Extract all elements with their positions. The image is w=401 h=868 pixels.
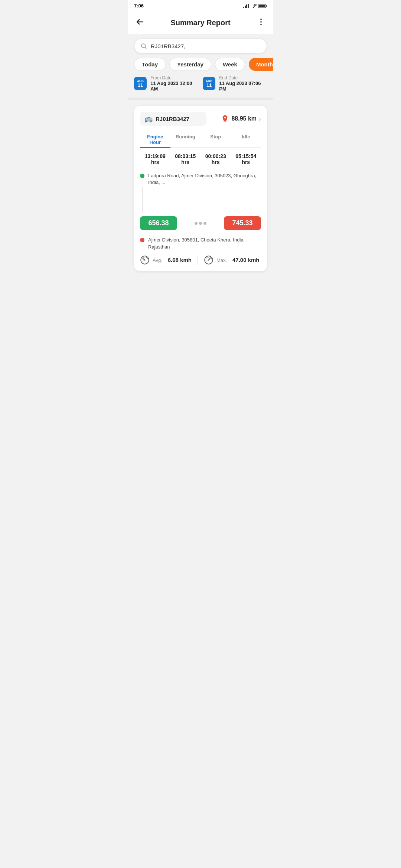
from-date-text: From Date 11 Aug 2023 12:00 AM (150, 75, 198, 92)
search-icon (140, 43, 147, 49)
end-location: Ajmer Division, 305801, Cheeta Khera, In… (140, 237, 261, 250)
svg-point-4 (253, 7, 254, 7)
location-icon (221, 115, 229, 123)
vehicle-info: 🚌 RJ01RB3427 (140, 112, 206, 126)
end-date-icon: AUG 11 (203, 77, 215, 90)
page-title: Summary Report (170, 19, 230, 27)
card-header: 🚌 RJ01RB3427 88.95 km › (140, 112, 261, 126)
stats-tabs: Engine Hour Running Stop Idle (140, 131, 261, 148)
tab-week[interactable]: Week (215, 58, 245, 71)
svg-point-8 (260, 19, 262, 20)
start-dot (140, 174, 144, 178)
battery-icon (258, 4, 267, 8)
svg-point-12 (224, 117, 226, 119)
svg-rect-6 (266, 5, 267, 7)
distance-value: 88.95 km (231, 115, 257, 122)
odometer-start: 656.38 (140, 216, 177, 230)
more-options-button[interactable] (255, 16, 267, 29)
max-speed-text: Max. 47.00 kmh (216, 257, 260, 263)
stop-value: 00:00:23 hrs (200, 152, 231, 167)
more-icon (257, 17, 265, 26)
signal-icon (243, 4, 249, 8)
odometer-dots (180, 222, 221, 225)
idle-value: 05:15:54 hrs (231, 152, 261, 167)
max-speed-item: Max. 47.00 kmh (204, 255, 260, 265)
avg-speed-icon (140, 255, 150, 265)
from-date-icon: AUG 11 (134, 77, 147, 90)
search-bar[interactable] (134, 39, 267, 53)
end-date-item[interactable]: AUG 11 End Date 11 Aug 2023 07:06 PM (203, 75, 267, 92)
status-time: 7:06 (134, 3, 144, 9)
odometer-dot-1 (195, 222, 198, 225)
date-row: AUG 11 From Date 11 Aug 2023 12:00 AM AU… (128, 75, 273, 98)
divider (128, 98, 273, 100)
svg-rect-1 (245, 6, 246, 8)
tab-month[interactable]: Month (249, 58, 273, 71)
running-value: 08:03:15 hrs (170, 152, 201, 167)
back-button[interactable] (134, 16, 146, 29)
distance-info: 88.95 km › (221, 115, 261, 123)
wifi-icon (251, 4, 257, 8)
svg-rect-3 (248, 4, 249, 8)
vehicle-icon: 🚌 (144, 115, 153, 123)
summary-card: 🚌 RJ01RB3427 88.95 km › Engine Hour Runn… (134, 106, 267, 271)
spacer (140, 234, 261, 237)
end-dot (140, 238, 144, 242)
app-header: Summary Report (128, 11, 273, 34)
svg-point-10 (260, 24, 262, 25)
svg-rect-2 (246, 4, 247, 8)
stat-tab-idle[interactable]: Idle (231, 131, 261, 147)
svg-rect-7 (259, 4, 265, 7)
stat-values: 13:19:09 hrs 08:03:15 hrs 00:00:23 hrs 0… (140, 152, 261, 167)
status-bar: 7:06 (128, 0, 273, 11)
odometer-dot-3 (203, 222, 206, 225)
max-speed-icon (204, 255, 213, 265)
search-input[interactable] (151, 43, 261, 49)
vehicle-id: RJ01RB3427 (156, 116, 189, 122)
chevron-right-icon: › (259, 115, 261, 123)
speed-divider (198, 255, 198, 265)
odometer-dot-2 (199, 222, 202, 225)
tab-today[interactable]: Today (134, 58, 166, 71)
svg-point-9 (260, 21, 262, 23)
svg-rect-0 (243, 7, 244, 8)
status-icons (243, 4, 267, 8)
stat-tab-engine-hour[interactable]: Engine Hour (140, 131, 170, 148)
avg-speed-item: Avg. 6.68 kmh (140, 255, 192, 265)
tab-yesterday[interactable]: Yesterday (169, 58, 211, 71)
end-date-text: End Date 11 Aug 2023 07:06 PM (219, 75, 267, 92)
avg-speed-text: Avg. 6.68 kmh (153, 257, 192, 263)
engine-hour-value: 13:19:09 hrs (140, 152, 170, 167)
from-date-item[interactable]: AUG 11 From Date 11 Aug 2023 12:00 AM (134, 75, 198, 92)
route-section: Ladpura Road, Ajmer Division, 305023, Gh… (140, 172, 261, 250)
odometer-end: 745.33 (224, 216, 261, 230)
stat-tab-stop[interactable]: Stop (200, 131, 231, 147)
speed-row: Avg. 6.68 kmh Max. 47.00 kmh (140, 255, 261, 265)
start-location: Ladpura Road, Ajmer Division, 305023, Gh… (140, 172, 261, 186)
back-icon (136, 17, 144, 26)
stat-tab-running[interactable]: Running (170, 131, 201, 147)
filter-tabs: Today Yesterday Week Month (128, 58, 273, 75)
route-line (142, 187, 143, 213)
odometer-row: 656.38 745.33 (140, 216, 261, 230)
